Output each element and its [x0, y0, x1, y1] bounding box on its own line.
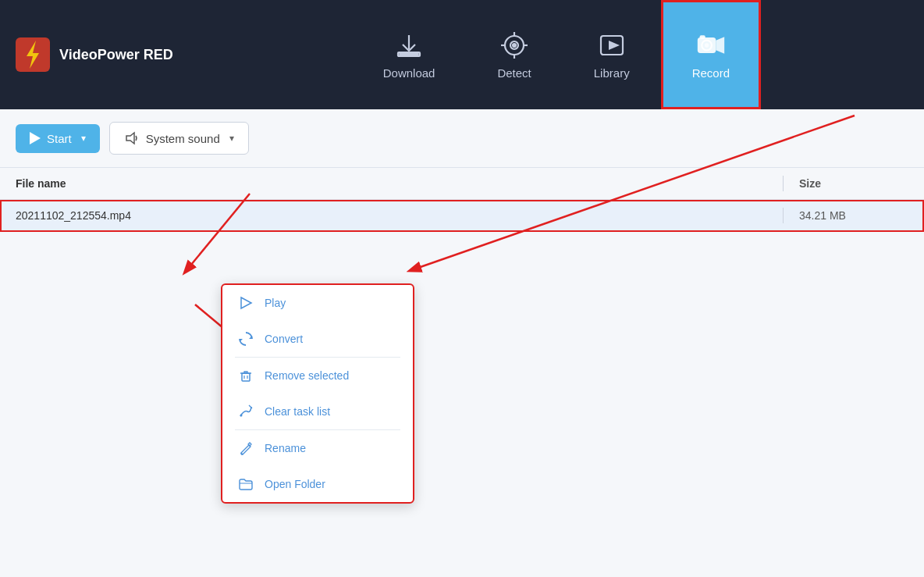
nav-download-label: Download: [383, 66, 435, 80]
svg-marker-16: [716, 37, 724, 54]
speaker-icon: [124, 130, 140, 146]
sound-button[interactable]: System sound ▾: [109, 122, 249, 155]
ctx-play-label: Play: [265, 297, 286, 309]
ctx-remove-selected[interactable]: Remove selected: [222, 358, 413, 394]
play-icon: [30, 132, 41, 144]
detect-icon: [499, 30, 529, 60]
svg-marker-19: [249, 336, 252, 339]
controls-bar: Start ▾ System sound ▾: [0, 109, 924, 168]
nav-detect[interactable]: Detect: [466, 0, 562, 109]
svg-line-26: [249, 405, 252, 408]
ctx-remove-label: Remove selected: [265, 369, 349, 382]
ctx-rename-label: Rename: [265, 442, 306, 454]
nav-detect-label: Detect: [497, 66, 531, 80]
col-filename-header: File name: [16, 177, 767, 190]
rename-icon: [238, 440, 254, 456]
ctx-convert-label: Convert: [265, 333, 303, 345]
table-row[interactable]: 20211102_212554.mp4 34.21 MB: [0, 200, 924, 232]
start-label: Start: [47, 132, 72, 145]
download-icon: [394, 30, 424, 60]
clear-icon: [238, 404, 254, 419]
play-ctx-icon: [238, 295, 254, 311]
content-area: Start ▾ System sound ▾ File name Size 20…: [0, 109, 924, 577]
svg-marker-11: [609, 41, 620, 50]
sound-dropdown-arrow[interactable]: ▾: [229, 133, 234, 144]
row-filename: 20211102_212554.mp4: [16, 209, 767, 222]
svg-point-14: [705, 43, 709, 47]
start-button[interactable]: Start ▾: [16, 124, 100, 153]
ctx-convert[interactable]: Convert: [222, 321, 413, 357]
row-divider: [783, 208, 784, 223]
trash-icon: [238, 368, 254, 383]
svg-rect-21: [242, 373, 250, 381]
table-header: File name Size: [0, 168, 924, 200]
record-icon: [696, 30, 726, 60]
svg-marker-20: [240, 339, 243, 342]
nav-download[interactable]: Download: [352, 0, 467, 109]
sound-label: System sound: [146, 132, 220, 145]
svg-rect-15: [699, 35, 705, 39]
logo-area: VideoPower RED: [0, 37, 189, 72]
convert-icon: [238, 331, 254, 347]
nav-buttons: Download Detect Library: [189, 0, 924, 109]
app-title: VideoPower RED: [59, 47, 173, 63]
context-menu: Play Convert Remove selected: [221, 283, 414, 504]
ctx-open-folder[interactable]: Open Folder: [222, 466, 413, 502]
start-dropdown-arrow[interactable]: ▾: [81, 133, 86, 144]
table-divider: [783, 176, 784, 191]
ctx-play[interactable]: Play: [222, 285, 413, 321]
svg-point-9: [513, 44, 516, 47]
svg-marker-18: [241, 297, 251, 308]
row-size: 34.21 MB: [799, 209, 908, 222]
svg-point-25: [240, 415, 243, 417]
nav-library[interactable]: Library: [563, 0, 661, 109]
svg-marker-17: [126, 133, 134, 144]
app-logo-icon: [16, 37, 50, 72]
ctx-open-folder-label: Open Folder: [265, 478, 325, 490]
nav-record[interactable]: Record: [661, 0, 761, 109]
folder-icon: [238, 476, 254, 492]
nav-record-label: Record: [692, 66, 730, 80]
ctx-rename[interactable]: Rename: [222, 430, 413, 466]
col-size-header: Size: [799, 177, 908, 190]
library-icon: [597, 30, 627, 60]
ctx-clear-task-list[interactable]: Clear task list: [222, 394, 413, 429]
ctx-clear-label: Clear task list: [265, 405, 330, 418]
nav-library-label: Library: [594, 66, 630, 80]
app-header: VideoPower RED Download Detec: [0, 0, 924, 109]
